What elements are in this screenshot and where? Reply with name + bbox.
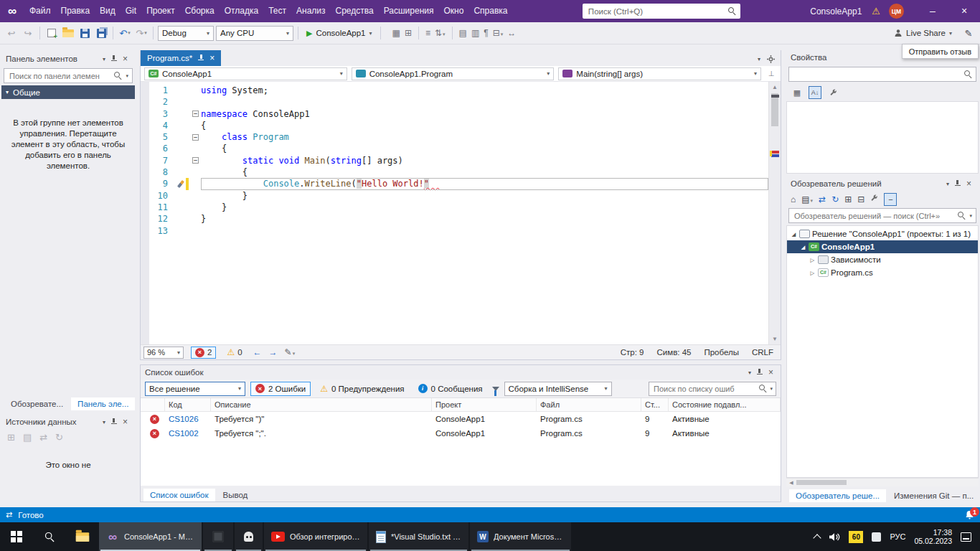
nest-files-icon[interactable]: ⊞ [844,194,852,204]
error-code[interactable]: CS1002 [165,429,211,438]
formatting-marks-icon[interactable]: ¶ [484,28,488,38]
save-all-icon[interactable] [94,26,108,40]
panel-tab[interactable]: Обозревате... [4,397,70,410]
pin-icon[interactable] [110,418,118,425]
menu-item[interactable]: Расширения [379,0,439,22]
attach-process-icon[interactable]: ▦ [392,28,400,38]
scroll-up-icon[interactable]: ▲ [769,82,781,93]
taskbar-app-word[interactable]: WДокумент Microso... [470,522,571,551]
panel-tab[interactable]: Список ошибок [143,489,215,501]
panel-tab[interactable]: Изменения Git — п... [887,489,980,502]
errors-filter-button[interactable]: × 2 Ошибки [250,382,311,396]
scroll-left-icon[interactable]: ◀ [786,480,796,486]
new-project-icon[interactable] [44,26,59,40]
pin-icon[interactable] [756,369,763,376]
quick-search-input[interactable] [587,6,728,17]
close-icon[interactable]: × [123,55,128,63]
code-line[interactable]: 9 Console.WriteLine("Hello World!" [141,178,768,189]
chevron-collapsed-icon[interactable]: ▷ [808,257,817,263]
toolbox-search[interactable]: ▾ [4,68,133,83]
chevron-collapsed-icon[interactable]: ▷ [808,270,817,276]
edit-mode-icon[interactable]: ✎▾ [285,347,296,357]
toolbox-search-input[interactable] [8,71,110,81]
code-line[interactable]: 13 [141,225,768,237]
solution-explorer-header[interactable]: Обозреватель решений ▾ × [786,176,979,191]
sync-active-document-icon[interactable]: ⇄ [819,194,826,204]
taskbar-app-skull-game[interactable] [235,522,263,551]
vertical-scrollbar[interactable]: ▲ ▼ [768,82,781,344]
pin-icon[interactable] [110,55,118,62]
tree-item[interactable]: ◢Решение "ConsoleApp1" (проекты: 1 из 1) [787,227,978,240]
previous-issue-icon[interactable]: ← [253,347,262,357]
add-data-source-icon[interactable]: ⊞ [7,432,15,443]
tree-item[interactable]: ▷C#Program.cs [787,266,978,279]
column-code[interactable]: Код [165,398,211,411]
collapse-all-icon[interactable]: ⊟ [857,194,864,204]
indent-decrease-icon[interactable]: ▤ [459,28,467,38]
toolbox-group-header[interactable]: ▾ Общие [1,85,135,99]
chevron-down-icon[interactable]: ▾ [126,73,128,79]
chevron-expanded-icon[interactable]: ◢ [789,231,798,237]
code-line[interactable]: 1using System; [141,85,768,96]
column-severity[interactable] [141,398,165,411]
toolbox-header[interactable]: Панель элементов ▾ × [1,52,135,66]
save-icon[interactable] [77,26,92,40]
code-line[interactable]: 6 { [141,143,768,154]
language-indicator[interactable]: РУС [890,532,905,541]
close-icon[interactable]: × [768,368,773,377]
code-line[interactable]: 8 { [141,166,768,178]
column-file[interactable]: Файл [537,398,641,411]
menu-item[interactable]: Отладка [220,0,263,22]
menu-item[interactable]: Правка [56,0,95,22]
action-center-icon[interactable] [961,532,971,542]
error-list-header[interactable]: Список ошибок ▾ × [141,365,781,380]
start-button[interactable] [0,522,33,551]
code-line[interactable]: 5− class Program [141,131,768,143]
split-window-icon[interactable]: ⊥ [765,70,777,77]
zoom-dropdown[interactable]: 96 %▾ [143,347,184,359]
menu-item[interactable]: Тест [263,0,291,22]
wrench-icon[interactable] [870,194,878,204]
solution-explorer-search-input[interactable] [793,211,954,221]
error-list-search-input[interactable] [652,384,756,394]
menu-item[interactable]: Окно [438,0,468,22]
tree-item[interactable]: ◢C#ConsoleApp1 [787,240,978,253]
outline-icon[interactable]: ≡ [425,28,430,38]
scrollbar-thumb[interactable] [771,93,778,126]
update-warning-icon[interactable]: ⚠ [872,6,880,17]
table-row[interactable]: ×CS1026Требуется ")"ConsoleApp1Program.c… [141,412,781,426]
battery-widget[interactable]: 60 [849,531,863,543]
home-icon[interactable]: ⌂ [791,194,796,204]
menu-item[interactable]: Git [121,0,141,22]
feedback-feather-icon[interactable]: ✎ [961,26,976,40]
redo-icon[interactable]: ↷▾ [134,26,149,40]
preview-selected-items-icon[interactable]: − [884,193,897,206]
data-sources-header[interactable]: Источники данных ▾ × [1,415,135,429]
column-description[interactable]: Описание [211,398,432,411]
open-file-icon[interactable] [61,26,75,40]
quick-search[interactable] [583,4,740,19]
next-issue-icon[interactable]: → [269,347,278,357]
fold-collapse-icon[interactable]: − [192,134,199,141]
close-icon[interactable]: × [966,179,971,188]
notifications-button[interactable]: 1 [965,510,974,519]
categorized-icon[interactable]: ▦ [791,86,804,99]
column-line[interactable]: Ст... [641,398,669,411]
filter-icon[interactable] [492,387,499,391]
code-line[interactable]: 2 [141,96,768,108]
alphabetical-sort-icon[interactable]: A↓ [809,86,821,99]
taskbar-app-youtube[interactable]: Обзор интегриров... [264,522,367,551]
line-ending-label[interactable]: CRLF [752,348,773,357]
navigate-backward-icon[interactable]: ↩ [4,26,19,40]
taskbar-app-dark-app[interactable] [203,522,233,551]
speaker-icon[interactable] [829,532,840,542]
horizontal-scrollbar[interactable]: ◀ [786,478,979,486]
error-code[interactable]: CS1026 [165,415,211,423]
column-suppression-state[interactable]: Состояние подавл... [669,398,781,411]
editor-warnings-button[interactable]: ⚠ 0 [223,347,245,358]
type-dropdown[interactable]: ConsoleApp1.Program ▾ [352,67,555,80]
chevron-down-icon[interactable]: ▾ [103,56,105,62]
code-line[interactable]: 11 } [141,202,768,213]
column-project[interactable]: Проект [432,398,537,411]
navigate-forward-icon[interactable]: ↪ [21,26,35,40]
